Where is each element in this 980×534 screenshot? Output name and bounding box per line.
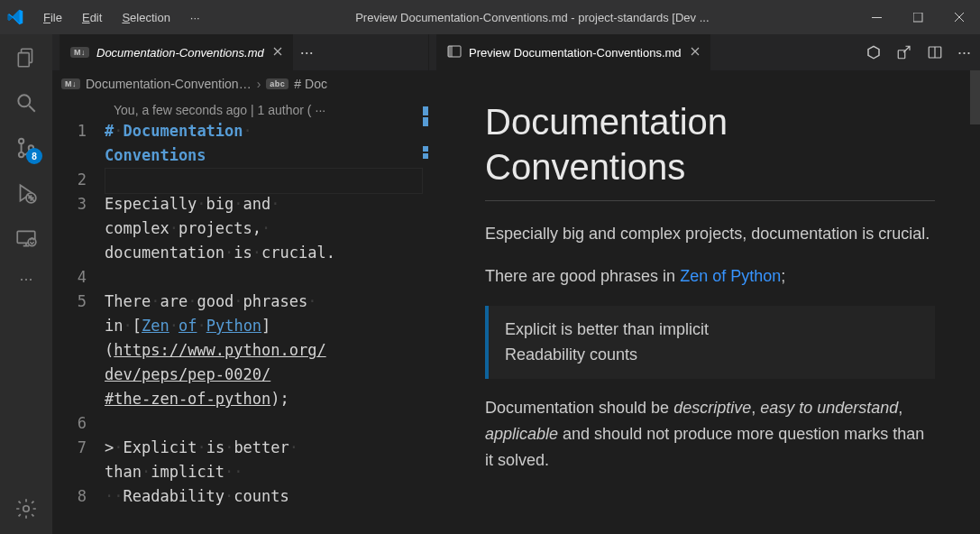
close-tab-icon[interactable]	[271, 45, 284, 60]
main-area: 8 ··· M↓ Documentation-Conventions.md	[0, 34, 980, 534]
tabs-left: M↓ Documentation-Conventions.md ···	[52, 34, 428, 70]
breadcrumb-symbol: # Doc	[294, 77, 327, 91]
activity-bar: 8 ···	[0, 34, 52, 534]
settings-gear-icon[interactable]	[14, 496, 39, 521]
maximize-button[interactable]	[897, 0, 939, 34]
close-tab-icon[interactable]	[689, 45, 701, 60]
markdown-file-icon: M↓	[61, 78, 80, 89]
svg-rect-1	[913, 13, 922, 22]
split-editor-icon[interactable]	[927, 44, 943, 60]
line-number: 2	[52, 168, 105, 192]
chevron-right-icon: ›	[257, 77, 261, 91]
tab-documentation-conventions[interactable]: M↓ Documentation-Conventions.md	[60, 34, 293, 70]
menu-file[interactable]: File	[34, 7, 71, 28]
markdown-file-icon: M↓	[70, 47, 89, 58]
code-line[interactable]: 5There·are·good·phrases·	[52, 290, 428, 314]
editor-group-preview: Preview Documentation-Conventions.md	[429, 34, 980, 534]
code-line[interactable]: documentation·is·crucial.	[52, 241, 428, 265]
source-control-icon[interactable]: 8	[14, 135, 39, 161]
tab-actions-left: ···	[300, 43, 314, 62]
symbol-string-icon: abc	[266, 78, 289, 89]
code-line[interactable]: 2	[52, 168, 428, 192]
code-line[interactable]: 4	[52, 265, 428, 290]
code-line[interactable]: 7>·Explicit·is·better·	[52, 436, 428, 460]
preview-blockquote: Explicit is better than implicitReadabil…	[485, 306, 935, 380]
editor-group-source: M↓ Documentation-Conventions.md ··· M↓ D…	[52, 34, 429, 534]
editor-more-actions-icon[interactable]: ···	[300, 43, 314, 62]
svg-point-11	[23, 506, 30, 512]
code-line[interactable]: Conventions	[52, 143, 428, 168]
tabs-right: Preview Documentation-Conventions.md	[429, 34, 980, 70]
line-number: 4	[52, 265, 105, 290]
tab-title: Documentation-Conventions.md	[96, 46, 264, 60]
tab-preview[interactable]: Preview Documentation-Conventions.md	[436, 34, 710, 70]
line-number: 3	[52, 192, 105, 216]
tab-title: Preview Documentation-Conventions.md	[469, 46, 682, 60]
markdown-preview[interactable]: Documentation Conventions Especially big…	[429, 70, 980, 534]
vscode-logo-icon	[7, 9, 23, 25]
tab-actions-right: ···	[866, 43, 971, 62]
svg-rect-0	[872, 17, 882, 18]
code-line[interactable]: 6	[52, 411, 428, 436]
svg-point-4	[18, 95, 30, 106]
open-changes-icon[interactable]	[896, 44, 912, 60]
code-line[interactable]: (https://www.python.org/	[52, 338, 428, 363]
title-bar: FileEditSelection··· Preview Documentati…	[0, 0, 980, 34]
line-number: 7	[52, 436, 105, 460]
minimize-button[interactable]	[856, 0, 897, 34]
breadcrumb-left[interactable]: M↓ Documentation-Convention… › abc # Doc	[52, 70, 428, 97]
run-debug-icon[interactable]	[14, 180, 39, 206]
preview-link-zen-of-python[interactable]: Zen of Python	[680, 267, 781, 285]
show-source-icon[interactable]	[866, 44, 882, 60]
window-controls	[856, 0, 980, 34]
code-line[interactable]: 1#·Documentation·	[52, 119, 428, 143]
code-line[interactable]: 3Especially·big·and·	[52, 192, 428, 216]
menu-edit[interactable]: Edit	[73, 7, 111, 28]
line-number: 5	[52, 290, 105, 314]
code-line[interactable]: dev/peps/pep-0020/	[52, 363, 428, 387]
activity-overflow-icon[interactable]: ···	[14, 271, 39, 287]
main-menu: FileEditSelection···	[34, 7, 209, 28]
scm-badge: 8	[26, 148, 42, 164]
window-title: Preview Documentation-Conventions.md - p…	[209, 11, 856, 24]
more-actions-icon[interactable]: ···	[957, 43, 971, 62]
search-icon[interactable]	[14, 90, 39, 115]
preview-paragraph: There are good phrases in Zen of Python;	[485, 263, 935, 290]
svg-point-6	[19, 152, 23, 157]
remote-explorer-icon[interactable]	[14, 226, 39, 251]
line-number: 1	[52, 119, 105, 143]
line-number: 6	[52, 411, 105, 436]
preview-paragraph: Documentation should be descriptive, eas…	[485, 395, 935, 473]
svg-point-5	[19, 139, 23, 143]
gitlens-codelens[interactable]: You, a few seconds ago | 1 author (···	[114, 97, 428, 119]
code-line[interactable]: in·[Zen·of·Python]	[52, 314, 428, 338]
menu-selection[interactable]: Selection	[113, 7, 179, 28]
explorer-icon[interactable]	[14, 45, 39, 70]
preview-paragraph: Especially big and complex projects, doc…	[485, 221, 935, 247]
code-line[interactable]: than·implicit··	[52, 460, 428, 484]
code-line[interactable]: 8··Readability·counts	[52, 484, 428, 509]
svg-rect-13	[448, 46, 453, 57]
editor-area: M↓ Documentation-Conventions.md ··· M↓ D…	[52, 34, 980, 534]
close-button[interactable]	[939, 0, 980, 34]
preview-heading: Documentation Conventions	[485, 99, 935, 201]
code-line[interactable]: complex·projects,·	[52, 216, 428, 241]
line-number: 8	[52, 484, 105, 509]
menu-[interactable]: ···	[181, 7, 209, 28]
code-line[interactable]: #the-zen-of-python);	[52, 387, 428, 411]
breadcrumb-file: Documentation-Convention…	[86, 77, 252, 91]
svg-rect-3	[18, 53, 29, 67]
preview-file-icon	[447, 44, 462, 61]
editor-body-source[interactable]: You, a few seconds ago | 1 author (··· 1…	[52, 97, 428, 534]
scrollbar-thumb[interactable]	[970, 70, 980, 124]
